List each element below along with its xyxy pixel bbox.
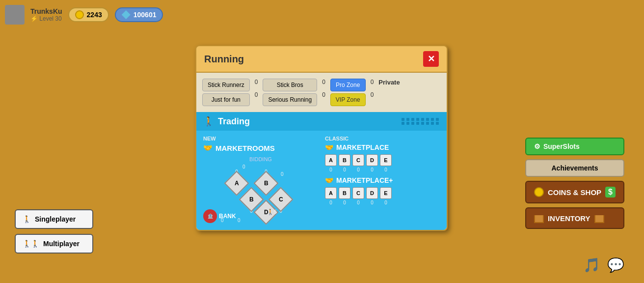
mp-slot-a1[interactable]: A — [325, 154, 337, 166]
dot14 — [426, 122, 429, 125]
pro-zone-button[interactable]: Pro Zone — [330, 79, 366, 91]
dot4 — [416, 118, 419, 121]
mp-slot-d2[interactable]: D — [366, 187, 378, 199]
coins-shop-coin-icon — [534, 187, 544, 197]
market-icon: 🤝 — [203, 143, 213, 152]
dot13 — [421, 122, 424, 125]
coins-shop-label: COINS & SHOP — [548, 188, 601, 197]
gold-currency: 2243 — [68, 7, 109, 22]
diamond-a-top: 0 A — [228, 169, 245, 192]
dot9 — [402, 122, 404, 125]
right-buttons: ⚙ SuperSlots Achievements COINS & SHOP $… — [525, 138, 624, 229]
marketplace-icon: 🤝 — [325, 143, 333, 151]
dot2 — [406, 118, 409, 121]
bank-icon: 🏦 — [203, 209, 217, 223]
mp-slot-c2[interactable]: C — [352, 187, 364, 199]
multiplayer-button[interactable]: 🚶🚶 Multiplayer — [15, 234, 93, 254]
dot16 — [436, 122, 439, 125]
singleplayer-label: Singleplayer — [35, 215, 76, 223]
gem-icon — [122, 10, 131, 19]
mp-count-d2: 0 — [366, 200, 378, 205]
counter3: 0 — [322, 79, 325, 85]
dot6 — [426, 118, 429, 121]
bank-area: 🏦 BANK — [203, 209, 236, 223]
private-section: Private — [378, 79, 400, 86]
coins-shop-button[interactable]: COINS & SHOP $ — [525, 181, 624, 203]
music-icon[interactable]: 🎵 — [583, 257, 600, 273]
running-col2: Stick Bros Serious Running — [263, 79, 317, 106]
singleplayer-button[interactable]: 🚶 Singleplayer — [15, 209, 93, 229]
marketrooms-title: 🤝 MARKETROOMS — [203, 143, 318, 152]
trading-title: 🚶 Trading — [203, 116, 250, 127]
multiplayer-label: Multiplayer — [43, 240, 80, 248]
running-counters2: 0 0 — [322, 79, 325, 98]
mp-counts-row1: 0 0 0 0 0 — [325, 167, 440, 172]
serious-running-button[interactable]: Serious Running — [263, 93, 317, 106]
inventory-icon — [534, 213, 544, 223]
vip-zone-button[interactable]: VIP Zone — [330, 93, 366, 106]
dot12 — [416, 122, 419, 125]
achievements-button[interactable]: Achievements — [525, 159, 624, 177]
diamond-grid: 0 0 A 0 B — [203, 164, 301, 223]
gem-currency: 100601 — [115, 7, 163, 22]
inventory-button[interactable]: INVENTORY — [525, 207, 624, 229]
dollar-icon: $ — [605, 187, 616, 198]
left-buttons: 🚶 Singleplayer 🚶🚶 Multiplayer — [15, 209, 93, 254]
discord-icon[interactable]: 💬 — [607, 257, 624, 273]
mp-slots-row2: A B C D E — [325, 187, 440, 199]
mp-slot-e1[interactable]: E — [380, 154, 392, 166]
just-for-fun-button[interactable]: Just for fun — [202, 93, 250, 106]
stick-runnerz-button[interactable]: Stick Runnerz — [202, 79, 250, 91]
singleplayer-icon: 🚶 — [23, 215, 31, 223]
inventory-label: INVENTORY — [548, 214, 590, 223]
level: Level 30 — [30, 15, 62, 22]
bottom-right-icons: 🎵 💬 — [583, 257, 624, 273]
avatar — [5, 5, 25, 25]
mp-count-d1: 0 — [366, 167, 378, 172]
running-counters3: 0 0 — [371, 79, 374, 98]
count-bottom-left: 0 — [221, 218, 224, 223]
modal-header: Running ✕ — [196, 46, 447, 72]
counter5: 0 — [371, 79, 374, 85]
classic-label: CLASSIC — [325, 136, 440, 142]
close-icon: ✕ — [428, 54, 435, 64]
gold-amount: 2243 — [87, 11, 102, 19]
mp-slot-b2[interactable]: B — [339, 187, 350, 199]
dot3 — [411, 118, 414, 121]
mp-slots-row1: A B C D E — [325, 154, 440, 166]
counter4: 0 — [322, 91, 325, 98]
close-button[interactable]: ✕ — [423, 51, 439, 67]
counter2: 0 — [255, 91, 258, 98]
running-counters1: 0 0 — [255, 79, 258, 98]
count-right-top: 0 — [281, 169, 284, 178]
dot5 — [421, 118, 424, 121]
dot10 — [406, 122, 409, 125]
mp-slot-b1[interactable]: B — [339, 154, 350, 166]
mp-slot-d1[interactable]: D — [366, 154, 378, 166]
dot15 — [431, 122, 434, 125]
stick-bros-button[interactable]: Stick Bros — [263, 79, 317, 91]
running-col3: Pro Zone VIP Zone — [330, 79, 366, 106]
username: TrunksKu — [30, 7, 62, 15]
marketplace-section: CLASSIC 🤝 MARKETPLACE A B C D E 0 0 0 0 — [325, 136, 440, 223]
running-panel: Stick Runnerz Just for fun 0 0 Stick Bro… — [196, 72, 447, 112]
marketplace-title: 🤝 MARKETPLACE — [325, 143, 440, 151]
inventory-icon-right — [594, 213, 604, 223]
mp-count-a1: 0 — [325, 167, 337, 172]
mp-slot-c1[interactable]: C — [352, 154, 364, 166]
mp-count-c1: 0 — [352, 167, 364, 172]
top-bar: TrunksKu Level 30 2243 100601 — [5, 5, 163, 25]
marketplace-plus-title: 🤝 MARKETPLACE+ — [325, 176, 440, 184]
mp-slot-a2[interactable]: A — [325, 187, 337, 199]
trading-header: 🚶 Trading — [196, 112, 447, 131]
mp-slot-e2[interactable]: E — [380, 187, 392, 199]
trading-panel: 🚶 Trading — [196, 112, 447, 230]
dot11 — [411, 122, 414, 125]
modal: Running ✕ Stick Runnerz Just for fun 0 0 — [195, 45, 448, 231]
dot1 — [402, 118, 404, 121]
achievements-label: Achievements — [551, 164, 598, 172]
new-label: NEW — [203, 136, 318, 142]
superslots-button[interactable]: ⚙ SuperSlots — [525, 138, 624, 155]
counter1: 0 — [255, 79, 258, 85]
count-bottom-mid: 0 — [238, 218, 241, 223]
